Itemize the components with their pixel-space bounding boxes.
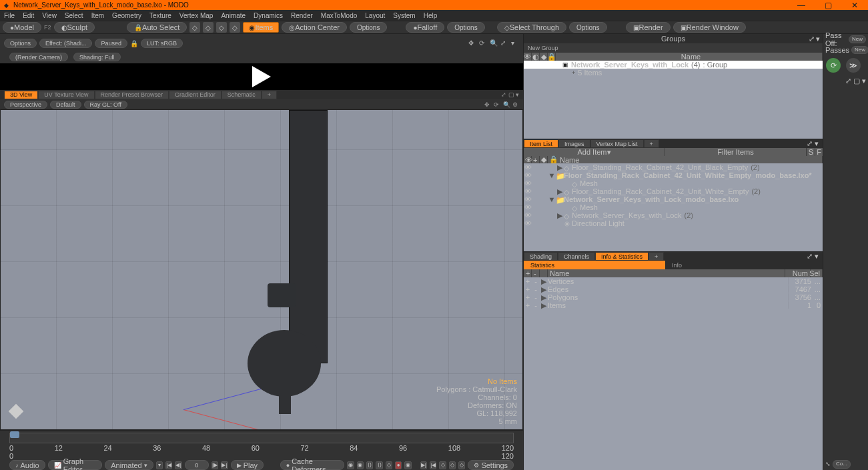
select-vertices-icon[interactable]: ◇ <box>189 22 200 33</box>
info-menu-icon[interactable]: ▾ <box>815 252 819 260</box>
statistics-tab[interactable]: Statistics <box>524 261 665 269</box>
tl-icon-4[interactable]: ⟨⟩ <box>376 461 382 469</box>
next-frame-icon[interactable]: |▶ <box>211 461 218 469</box>
menu-geometry[interactable]: Geometry <box>112 12 141 19</box>
menu-maxtomodo[interactable]: MaxToModo <box>321 12 357 19</box>
render-window-button[interactable]: ▣ Render Window <box>673 22 746 33</box>
menu-select[interactable]: Select <box>65 12 83 19</box>
expand-icon[interactable]: ⤢ <box>500 39 508 47</box>
action-center-button[interactable]: ◎ Action Center <box>282 22 347 33</box>
item-list-row[interactable]: 👁 ▼ 📁 Network_Server_Keys_with_Lock_modo… <box>524 195 823 203</box>
group-row[interactable]: ▣ Network_Server_Keys_with_Lock (4) : Gr… <box>524 61 823 69</box>
stats-row[interactable]: +-▶ Edges7467... <box>524 285 823 293</box>
vp-expand-icon[interactable]: ⤢ <box>501 91 508 99</box>
goto-start-icon[interactable]: ▾ <box>156 461 163 469</box>
tl-icon-5[interactable]: ◇ <box>386 461 392 469</box>
tl-icon-3[interactable]: ⟨⟩ <box>366 461 373 469</box>
menu-help[interactable]: Help <box>424 12 438 19</box>
model-tab[interactable]: ● Model <box>3 22 41 33</box>
group-subrow[interactable]: + 5 Items <box>524 69 823 77</box>
filter-s[interactable]: S <box>807 148 815 156</box>
raygl-toggle[interactable]: Ray GL: Off <box>84 101 127 109</box>
tl-icon-7[interactable]: ◉ <box>404 461 411 469</box>
perspective-dropdown[interactable]: Perspective <box>4 101 47 109</box>
move-icon[interactable]: ✥ <box>468 39 476 47</box>
play-button[interactable]: ▶ Play <box>231 460 264 470</box>
tab-add-3[interactable]: + <box>648 252 664 261</box>
menu-edit[interactable]: Edit <box>23 12 34 19</box>
zoom2-icon[interactable]: 🔍 <box>503 101 510 108</box>
play-pass-icon[interactable]: ≫ <box>846 58 861 73</box>
stats-row[interactable]: +-▶ Vertices3715... <box>524 277 823 285</box>
sculpt-tab[interactable]: ◐ Sculpt <box>54 22 95 33</box>
menu-vertexmap[interactable]: Vertex Map <box>179 12 213 19</box>
prev-frame-icon[interactable]: ◀| <box>175 461 181 469</box>
item-list-row[interactable]: 👁 ◇ Mesh <box>524 203 823 211</box>
refresh-pass-icon[interactable]: ⟳ <box>826 58 841 73</box>
item-list-row[interactable]: 👁 ▶ ◇ Network_Server_Keys_with_Lock (2) <box>524 211 823 219</box>
tab-gradient-editor[interactable]: Gradient Editor <box>169 91 222 99</box>
menu-render[interactable]: Render <box>291 12 313 19</box>
tab-render-preset[interactable]: Render Preset Browser <box>95 91 169 99</box>
options-button-2[interactable]: Options <box>447 22 484 33</box>
next-key-icon[interactable]: ▶| <box>221 461 228 469</box>
menu-animate[interactable]: Animate <box>221 12 246 19</box>
shading-mode[interactable]: Shading: Full <box>73 53 121 61</box>
select-edges-icon[interactable]: ◇ <box>203 22 213 33</box>
audio-button[interactable]: ♪ Audio <box>9 460 45 470</box>
menu-dynamics[interactable]: Dynamics <box>254 12 283 19</box>
preview-pane[interactable] <box>0 63 523 90</box>
refresh-icon[interactable]: ⟳ <box>479 39 487 47</box>
auto-select-toggle[interactable]: 🔒 Auto Select <box>127 22 187 33</box>
tab-channels[interactable]: Channels <box>558 252 595 261</box>
item-list-row[interactable]: 👁 ▼ 📁 Floor_Standing_Rack_Cabinet_42_Uni… <box>524 171 823 179</box>
select-through-button[interactable]: ◇ Select Through <box>497 22 566 33</box>
groups-expand-icon[interactable]: ⤢ <box>809 35 815 43</box>
fr-max-icon[interactable]: ▢ <box>853 77 860 85</box>
options-button-3[interactable]: Options <box>569 22 606 33</box>
prev-key-icon[interactable]: |◀ <box>165 461 172 469</box>
il-menu-icon[interactable]: ▾ <box>815 139 819 147</box>
tab-images[interactable]: Images <box>558 139 590 148</box>
graph-editor-button[interactable]: 📈 Graph Editor <box>48 460 103 470</box>
preview-lut[interactable]: LUT: sRGB <box>141 39 183 48</box>
vp-maximize-icon[interactable]: ▢ <box>508 91 516 99</box>
fr-expand-icon[interactable]: ⤢ <box>845 77 851 85</box>
view-gizmo[interactable] <box>7 403 27 423</box>
orbit-icon[interactable]: ⟳ <box>494 101 500 108</box>
tl-icon-9[interactable]: |◀ <box>430 461 436 469</box>
item-list-row[interactable]: 👁 ☀ Directional Light <box>524 219 823 227</box>
render-button[interactable]: ▣ Render <box>626 22 671 33</box>
item-list-row[interactable]: 👁 ◇ Mesh <box>524 179 823 187</box>
tab-info-stats[interactable]: Info & Statistics <box>595 252 648 261</box>
tab-schematic[interactable]: Schematic <box>222 91 262 99</box>
co-button[interactable]: Co... <box>833 460 851 469</box>
menu-item[interactable]: Item <box>91 12 104 19</box>
filter-items-input[interactable]: Filter Items <box>665 148 807 156</box>
tl-icon-6[interactable]: ● <box>395 461 402 469</box>
filter-f[interactable]: F <box>815 148 823 156</box>
frame-field[interactable]: 0 <box>185 460 209 470</box>
menu-file[interactable]: File <box>4 12 15 19</box>
il-expand-icon[interactable]: ⤢ <box>807 139 813 147</box>
maximize-button[interactable]: ▢ <box>815 0 841 10</box>
zoom-icon[interactable]: 🔍 <box>490 39 498 47</box>
stats-row[interactable]: +-▶ Items10 <box>524 301 823 309</box>
tab-add[interactable]: + <box>262 91 277 99</box>
pass-new-button[interactable]: New <box>849 35 866 43</box>
tab-vertex-map-list[interactable]: Vertex Map List <box>590 139 644 148</box>
default-shading[interactable]: Default <box>50 101 81 109</box>
preview-paused[interactable]: Paused <box>95 39 127 48</box>
stats-row[interactable]: +-▶ Polygons3756... <box>524 293 823 301</box>
passes-new-button[interactable]: New <box>851 46 868 54</box>
items-mode-button[interactable]: ◉ Items <box>243 22 279 33</box>
tl-icon-10[interactable]: ◇ <box>439 461 446 469</box>
falloff-button[interactable]: ● Falloff <box>406 22 444 33</box>
info-tab[interactable]: Info <box>665 261 689 269</box>
pan-icon[interactable]: ✥ <box>484 101 491 108</box>
select-materials-icon[interactable]: ◇ <box>230 22 240 33</box>
tl-icon-11[interactable]: ◇ <box>449 461 456 469</box>
vp-menu-icon[interactable]: ▾ <box>516 91 523 99</box>
tl-icon-2[interactable]: ◉ <box>357 461 364 469</box>
close-button[interactable]: ✕ <box>841 0 868 10</box>
